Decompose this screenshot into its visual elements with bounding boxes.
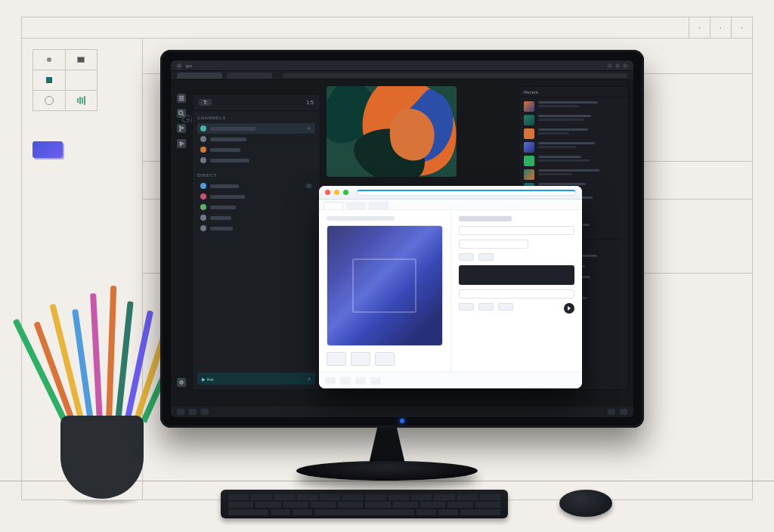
- chat-item[interactable]: 4: [197, 123, 315, 134]
- window-control-icon[interactable]: [177, 63, 181, 68]
- item-text: [538, 101, 624, 107]
- panel-tab[interactable]: T:: [199, 99, 212, 106]
- recent-item[interactable]: [524, 101, 624, 112]
- zoom-icon[interactable]: [343, 190, 348, 195]
- status-open-icon[interactable]: ↗: [307, 376, 311, 382]
- chat-item[interactable]: [197, 134, 315, 144]
- breadcrumb: [327, 216, 395, 221]
- presence-dot-icon: [200, 125, 206, 131]
- mouse: [559, 490, 612, 517]
- dialog-address[interactable]: [357, 190, 576, 196]
- close-icon[interactable]: [325, 190, 330, 195]
- chat-item[interactable]: [197, 202, 315, 212]
- start-button[interactable]: [177, 409, 184, 415]
- swatch: [33, 70, 66, 90]
- swatch: [66, 50, 98, 70]
- text-input[interactable]: [459, 226, 575, 235]
- gear-icon[interactable]: [177, 378, 186, 387]
- search-icon[interactable]: [177, 109, 186, 118]
- browser-tab[interactable]: [227, 73, 272, 79]
- item-text: [538, 128, 624, 135]
- dialog-tab[interactable]: [369, 202, 389, 209]
- thumbnail[interactable]: [375, 352, 395, 366]
- recent-panel-header: Recent: [519, 87, 628, 97]
- chat-panel: T: 1:5 Channels4Direct2 ▶ live ↗: [192, 94, 320, 390]
- presence-dot-icon: [200, 183, 206, 189]
- design-board-topbar: · · ·: [22, 17, 752, 39]
- maximize-icon[interactable]: [615, 63, 620, 68]
- dialog-tab[interactable]: [346, 202, 366, 209]
- presence-dot-icon: [200, 147, 206, 153]
- recent-item[interactable]: [524, 156, 624, 166]
- thumbnail-icon: [524, 142, 534, 153]
- status-live: ▶ live: [202, 376, 214, 382]
- panel-status-bar: ▶ live ↗: [197, 373, 315, 385]
- recent-item[interactable]: [524, 169, 624, 180]
- monitor: grs Glass foresworn thinking: [160, 50, 644, 428]
- option-chip[interactable]: [478, 303, 494, 311]
- text-input[interactable]: [459, 289, 575, 298]
- chat-item[interactable]: [197, 223, 315, 234]
- dialog-titlebar[interactable]: [319, 186, 582, 200]
- run-button[interactable]: [564, 303, 574, 314]
- item-text: [538, 142, 624, 148]
- chat-item[interactable]: 2: [197, 181, 315, 191]
- chat-item-label: [210, 195, 245, 199]
- chat-section: Direct2: [193, 169, 320, 237]
- recent-item[interactable]: [524, 115, 624, 125]
- address-bar[interactable]: [283, 73, 627, 78]
- footer-action[interactable]: [340, 377, 351, 385]
- item-text: [538, 156, 624, 162]
- thumbnail[interactable]: [327, 352, 346, 366]
- recent-item[interactable]: [524, 142, 624, 153]
- pen-holder-cup: [60, 416, 144, 499]
- minimize-icon[interactable]: [334, 190, 339, 195]
- presence-dot-icon: [200, 225, 206, 231]
- footer-action[interactable]: [370, 377, 381, 385]
- menu-icon[interactable]: [177, 94, 186, 103]
- timeline-label: 1:5: [306, 100, 314, 105]
- option-chip[interactable]: [478, 253, 494, 261]
- corner-cell: ·: [731, 17, 752, 38]
- chat-item-label: [210, 138, 246, 141]
- os-titlebar: grs: [171, 60, 633, 71]
- dialog-tab[interactable]: [324, 202, 343, 209]
- git-branch-icon[interactable]: [177, 124, 186, 133]
- tray-icon[interactable]: [608, 409, 615, 415]
- swatch-grid: [33, 49, 98, 111]
- chat-section: Channels4: [193, 111, 320, 169]
- activity-rail: [174, 89, 189, 387]
- unread-badge: 4: [305, 126, 312, 131]
- code-block: [459, 265, 575, 285]
- thumbnail[interactable]: [351, 352, 370, 366]
- recent-item[interactable]: [524, 128, 624, 139]
- minimize-icon[interactable]: [608, 63, 612, 68]
- thumbnail-icon: [524, 101, 534, 112]
- power-led-icon: [400, 419, 404, 423]
- keyboard: [221, 490, 508, 518]
- chat-item[interactable]: [197, 191, 315, 202]
- text-input[interactable]: [459, 240, 528, 249]
- chat-item-label: [210, 227, 233, 230]
- option-chip[interactable]: [459, 303, 474, 311]
- footer-action[interactable]: [355, 377, 366, 385]
- unread-badge: 2: [305, 184, 312, 188]
- play-icon[interactable]: [177, 139, 186, 148]
- taskbar-item[interactable]: [189, 409, 197, 415]
- option-chip[interactable]: [459, 253, 474, 261]
- taskbar-item[interactable]: [201, 409, 209, 415]
- presence-dot-icon: [200, 215, 206, 221]
- swatch: [66, 70, 98, 90]
- tray-icon[interactable]: [620, 409, 627, 415]
- chat-item-label: [210, 127, 255, 131]
- browser-tab[interactable]: [177, 73, 222, 79]
- chat-item[interactable]: [197, 144, 315, 155]
- thumbnail-icon: [524, 128, 534, 139]
- option-chip[interactable]: [498, 303, 513, 311]
- export-dialog[interactable]: [319, 186, 582, 388]
- chat-item[interactable]: [197, 155, 315, 165]
- footer-action[interactable]: [325, 377, 336, 385]
- preview-canvas[interactable]: [327, 225, 443, 346]
- close-icon[interactable]: [623, 63, 627, 68]
- chat-item[interactable]: [197, 212, 315, 223]
